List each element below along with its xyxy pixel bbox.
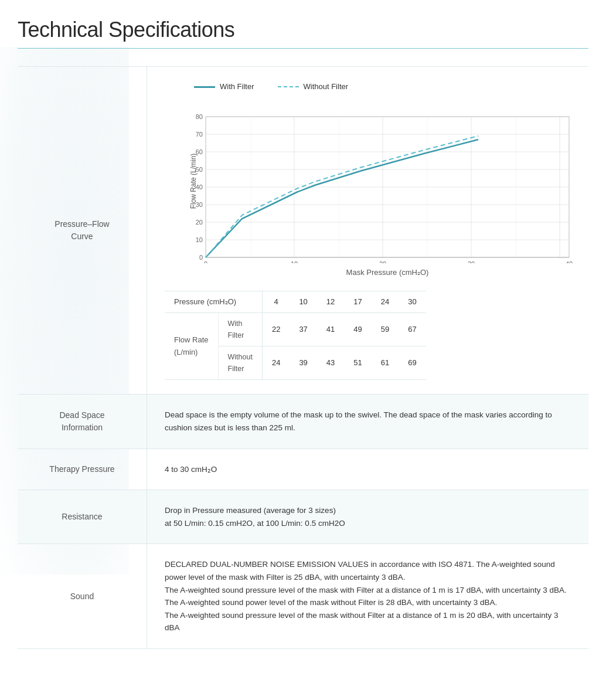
table-row-pressure: Pressure (cmH₂O) 4 10 12 17 24 30 — [165, 291, 426, 313]
svg-text:10: 10 — [291, 260, 298, 263]
sound-label: Sound — [18, 544, 147, 648]
legend-without-filter: Without Filter — [278, 81, 349, 93]
wof-24: 61 — [372, 346, 399, 380]
pressure-flow-label: Pressure–FlowCurve — [18, 67, 147, 394]
chart-area: Flow Rate (L/min) — [194, 99, 581, 263]
wf-12: 41 — [317, 313, 344, 346]
pressure-30: 30 — [399, 291, 425, 313]
resistance-section: Resistance Drop in Pressure measured (av… — [18, 490, 588, 544]
resistance-label: Resistance — [18, 490, 147, 543]
dead-space-content: Dead space is the empty volume of the ma… — [147, 395, 588, 448]
svg-text:40: 40 — [566, 260, 573, 263]
y-axis-label: Flow Rate (L/min) — [188, 153, 199, 209]
legend-with-filter: With Filter — [194, 81, 254, 93]
pressure-label: Pressure (cmH₂O) — [165, 291, 262, 313]
wf-24: 59 — [372, 313, 399, 346]
x-axis-label: Mask Pressure (cmH₂O) — [194, 267, 581, 279]
pressure-12: 12 — [317, 291, 344, 313]
svg-text:10: 10 — [196, 236, 203, 243]
svg-text:20: 20 — [196, 219, 203, 226]
therapy-pressure-section: Therapy Pressure 4 to 30 cmH₂O — [18, 449, 588, 491]
dead-space-label: Dead SpaceInformation — [18, 395, 147, 448]
wf-17: 49 — [344, 313, 371, 346]
therapy-pressure-content: 4 to 30 cmH₂O — [147, 449, 588, 490]
pressure-10: 10 — [290, 291, 316, 313]
wof-17: 51 — [344, 346, 371, 380]
chart-svg: 0 10 20 30 40 50 60 70 80 0 10 20 30 40 — [194, 99, 581, 263]
table-row-with-filter: Flow Rate(L/min) WithFilter 22 37 41 49 … — [165, 313, 426, 346]
pressure-flow-content: With Filter Without Filter Flow Rate (L/… — [147, 67, 598, 394]
pressure-17: 17 — [344, 291, 371, 313]
sound-content: DECLARED DUAL-NUMBER NOISE EMISSION VALU… — [147, 544, 588, 648]
wf-30: 67 — [399, 313, 425, 346]
page-title: Technical Specifications — [18, 18, 588, 42]
legend-without-filter-label: Without Filter — [304, 81, 349, 93]
top-divider — [18, 48, 588, 49]
wof-30: 69 — [399, 346, 425, 380]
legend-with-filter-label: With Filter — [220, 81, 254, 93]
resistance-content: Drop in Pressure measured (average for 3… — [147, 490, 588, 543]
pressure-flow-table: Pressure (cmH₂O) 4 10 12 17 24 30 Flow R… — [165, 291, 426, 380]
wf-10: 37 — [290, 313, 316, 346]
wof-12: 43 — [317, 346, 344, 380]
wf-4: 22 — [262, 313, 290, 346]
with-filter-label: WithFilter — [218, 313, 262, 346]
pressure-4: 4 — [262, 291, 290, 313]
therapy-pressure-label: Therapy Pressure — [18, 449, 147, 490]
wof-4: 24 — [262, 346, 290, 380]
dead-space-section: Dead SpaceInformation Dead space is the … — [18, 395, 588, 448]
chart-legend: With Filter Without Filter — [194, 81, 581, 93]
pressure-flow-section: Pressure–FlowCurve With Filter Without F… — [18, 66, 588, 395]
sound-section: Sound DECLARED DUAL-NUMBER NOISE EMISSIO… — [18, 544, 588, 649]
pressure-24: 24 — [372, 291, 399, 313]
svg-text:0: 0 — [199, 254, 203, 261]
legend-dashed-line — [278, 86, 299, 87]
wof-10: 39 — [290, 346, 316, 380]
svg-text:30: 30 — [468, 260, 475, 263]
svg-text:70: 70 — [196, 131, 203, 138]
svg-text:20: 20 — [379, 260, 386, 263]
without-filter-label: WithoutFilter — [218, 346, 262, 380]
legend-solid-line — [194, 86, 215, 88]
flowrate-label: Flow Rate(L/min) — [165, 313, 218, 380]
svg-text:0: 0 — [204, 260, 207, 263]
svg-text:80: 80 — [196, 113, 203, 120]
